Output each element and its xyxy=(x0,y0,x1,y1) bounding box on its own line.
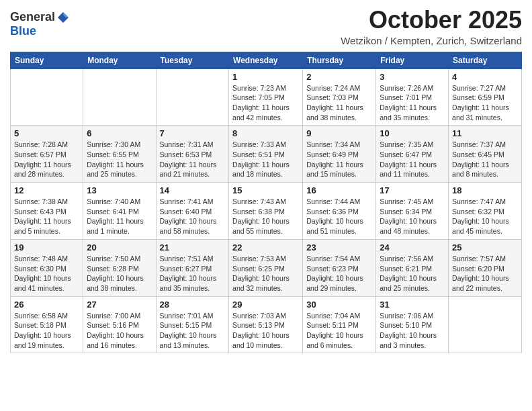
calendar-cell: 28Sunrise: 7:01 AM Sunset: 5:15 PM Dayli… xyxy=(156,296,229,353)
day-number: 15 xyxy=(232,185,299,195)
calendar-cell: 11Sunrise: 7:37 AM Sunset: 6:45 PM Dayli… xyxy=(449,126,522,183)
day-info: Sunrise: 7:00 AM Sunset: 5:16 PM Dayligh… xyxy=(87,311,152,351)
calendar-cell: 21Sunrise: 7:51 AM Sunset: 6:27 PM Dayli… xyxy=(156,239,229,296)
calendar-cell: 18Sunrise: 7:47 AM Sunset: 6:32 PM Dayli… xyxy=(449,183,522,240)
day-number: 16 xyxy=(306,185,372,195)
calendar-cell: 13Sunrise: 7:40 AM Sunset: 6:41 PM Dayli… xyxy=(83,183,156,240)
day-number: 2 xyxy=(306,72,372,82)
month-title: October 2025 xyxy=(341,7,522,34)
day-info: Sunrise: 7:44 AM Sunset: 6:36 PM Dayligh… xyxy=(306,197,372,236)
day-number: 20 xyxy=(87,242,152,253)
logo-blue-text: Blue xyxy=(10,24,36,38)
day-number: 31 xyxy=(380,300,445,310)
day-info: Sunrise: 7:56 AM Sunset: 6:21 PM Dayligh… xyxy=(380,254,445,293)
day-info: Sunrise: 7:04 AM Sunset: 5:11 PM Dayligh… xyxy=(306,311,372,351)
day-info: Sunrise: 7:37 AM Sunset: 6:45 PM Dayligh… xyxy=(452,140,518,179)
day-number: 26 xyxy=(14,300,79,310)
day-info: Sunrise: 7:34 AM Sunset: 6:49 PM Dayligh… xyxy=(306,140,372,179)
logo-icon xyxy=(56,11,70,24)
day-info: Sunrise: 6:58 AM Sunset: 5:18 PM Dayligh… xyxy=(14,311,79,351)
day-info: Sunrise: 7:41 AM Sunset: 6:40 PM Dayligh… xyxy=(160,197,226,236)
day-number: 11 xyxy=(452,128,518,138)
calendar-cell xyxy=(449,296,522,353)
day-info: Sunrise: 7:50 AM Sunset: 6:28 PM Dayligh… xyxy=(87,254,152,293)
location-title: Wetzikon / Kempten, Zurich, Switzerland xyxy=(341,35,522,46)
day-info: Sunrise: 7:28 AM Sunset: 6:57 PM Dayligh… xyxy=(14,140,79,179)
day-info: Sunrise: 7:38 AM Sunset: 6:43 PM Dayligh… xyxy=(14,197,79,236)
calendar-cell: 30Sunrise: 7:04 AM Sunset: 5:11 PM Dayli… xyxy=(303,296,376,353)
calendar-cell: 3Sunrise: 7:26 AM Sunset: 7:01 PM Daylig… xyxy=(376,68,449,126)
header: General Blue October 2025 Wetzikon / Kem… xyxy=(10,7,522,46)
calendar-cell: 24Sunrise: 7:56 AM Sunset: 6:21 PM Dayli… xyxy=(376,239,449,296)
calendar-cell: 8Sunrise: 7:33 AM Sunset: 6:51 PM Daylig… xyxy=(229,126,303,183)
day-number: 29 xyxy=(232,300,299,310)
calendar-cell: 1Sunrise: 7:23 AM Sunset: 7:05 PM Daylig… xyxy=(229,68,303,126)
calendar-cell: 31Sunrise: 7:06 AM Sunset: 5:10 PM Dayli… xyxy=(376,296,449,353)
day-number: 25 xyxy=(452,242,518,253)
day-number: 5 xyxy=(14,128,79,138)
day-info: Sunrise: 7:26 AM Sunset: 7:01 PM Dayligh… xyxy=(380,83,445,123)
calendar-cell: 19Sunrise: 7:48 AM Sunset: 6:30 PM Dayli… xyxy=(11,239,83,296)
day-info: Sunrise: 7:30 AM Sunset: 6:55 PM Dayligh… xyxy=(87,140,152,179)
calendar-cell: 22Sunrise: 7:53 AM Sunset: 6:25 PM Dayli… xyxy=(229,239,303,296)
calendar-cell xyxy=(156,68,229,126)
calendar-header-row: SundayMondayTuesdayWednesdayThursdayFrid… xyxy=(11,52,522,68)
calendar-cell: 20Sunrise: 7:50 AM Sunset: 6:28 PM Dayli… xyxy=(83,239,156,296)
col-header-friday: Friday xyxy=(376,52,449,68)
day-number: 1 xyxy=(232,72,299,82)
day-info: Sunrise: 7:45 AM Sunset: 6:34 PM Dayligh… xyxy=(380,197,445,236)
day-number: 27 xyxy=(87,300,152,310)
calendar-cell: 17Sunrise: 7:45 AM Sunset: 6:34 PM Dayli… xyxy=(376,183,449,240)
calendar-cell: 14Sunrise: 7:41 AM Sunset: 6:40 PM Dayli… xyxy=(156,183,229,240)
calendar-cell: 16Sunrise: 7:44 AM Sunset: 6:36 PM Dayli… xyxy=(303,183,376,240)
day-info: Sunrise: 7:51 AM Sunset: 6:27 PM Dayligh… xyxy=(160,254,226,293)
day-number: 14 xyxy=(160,185,226,195)
day-number: 22 xyxy=(232,242,299,253)
day-info: Sunrise: 7:33 AM Sunset: 6:51 PM Dayligh… xyxy=(232,140,299,179)
calendar-cell xyxy=(83,68,156,126)
day-info: Sunrise: 7:54 AM Sunset: 6:23 PM Dayligh… xyxy=(306,254,372,293)
day-number: 24 xyxy=(380,242,445,253)
day-number: 19 xyxy=(14,242,79,253)
day-number: 3 xyxy=(380,72,445,82)
logo: General Blue xyxy=(10,7,70,38)
day-info: Sunrise: 7:03 AM Sunset: 5:13 PM Dayligh… xyxy=(232,311,299,351)
day-info: Sunrise: 7:43 AM Sunset: 6:38 PM Dayligh… xyxy=(232,197,299,236)
day-info: Sunrise: 7:27 AM Sunset: 6:59 PM Dayligh… xyxy=(452,83,518,123)
calendar-week-2: 5Sunrise: 7:28 AM Sunset: 6:57 PM Daylig… xyxy=(11,126,522,183)
day-info: Sunrise: 7:24 AM Sunset: 7:03 PM Dayligh… xyxy=(306,83,372,123)
calendar-cell: 27Sunrise: 7:00 AM Sunset: 5:16 PM Dayli… xyxy=(83,296,156,353)
day-number: 28 xyxy=(160,300,226,310)
calendar-table: SundayMondayTuesdayWednesdayThursdayFrid… xyxy=(10,52,522,354)
calendar-cell: 5Sunrise: 7:28 AM Sunset: 6:57 PM Daylig… xyxy=(11,126,83,183)
col-header-saturday: Saturday xyxy=(449,52,522,68)
calendar-week-1: 1Sunrise: 7:23 AM Sunset: 7:05 PM Daylig… xyxy=(11,68,522,126)
day-number: 17 xyxy=(380,185,445,195)
calendar-week-4: 19Sunrise: 7:48 AM Sunset: 6:30 PM Dayli… xyxy=(11,239,522,296)
calendar-cell: 7Sunrise: 7:31 AM Sunset: 6:53 PM Daylig… xyxy=(156,126,229,183)
day-info: Sunrise: 7:35 AM Sunset: 6:47 PM Dayligh… xyxy=(380,140,445,179)
day-number: 8 xyxy=(232,128,299,138)
day-info: Sunrise: 7:06 AM Sunset: 5:10 PM Dayligh… xyxy=(380,311,445,351)
calendar-cell: 4Sunrise: 7:27 AM Sunset: 6:59 PM Daylig… xyxy=(449,68,522,126)
day-number: 13 xyxy=(87,185,152,195)
day-info: Sunrise: 7:48 AM Sunset: 6:30 PM Dayligh… xyxy=(14,254,79,293)
calendar-cell: 29Sunrise: 7:03 AM Sunset: 5:13 PM Dayli… xyxy=(229,296,303,353)
col-header-tuesday: Tuesday xyxy=(156,52,229,68)
calendar-cell: 2Sunrise: 7:24 AM Sunset: 7:03 PM Daylig… xyxy=(303,68,376,126)
col-header-thursday: Thursday xyxy=(303,52,376,68)
calendar-cell: 25Sunrise: 7:57 AM Sunset: 6:20 PM Dayli… xyxy=(449,239,522,296)
day-number: 18 xyxy=(452,185,518,195)
calendar-cell: 6Sunrise: 7:30 AM Sunset: 6:55 PM Daylig… xyxy=(83,126,156,183)
day-number: 21 xyxy=(160,242,226,253)
day-info: Sunrise: 7:53 AM Sunset: 6:25 PM Dayligh… xyxy=(232,254,299,293)
calendar-cell: 26Sunrise: 6:58 AM Sunset: 5:18 PM Dayli… xyxy=(11,296,83,353)
col-header-monday: Monday xyxy=(83,52,156,68)
day-number: 12 xyxy=(14,185,79,195)
day-number: 23 xyxy=(306,242,372,253)
title-block: October 2025 Wetzikon / Kempten, Zurich,… xyxy=(341,7,522,46)
day-info: Sunrise: 7:31 AM Sunset: 6:53 PM Dayligh… xyxy=(160,140,226,179)
day-number: 6 xyxy=(87,128,152,138)
day-number: 30 xyxy=(306,300,372,310)
calendar-cell: 9Sunrise: 7:34 AM Sunset: 6:49 PM Daylig… xyxy=(303,126,376,183)
